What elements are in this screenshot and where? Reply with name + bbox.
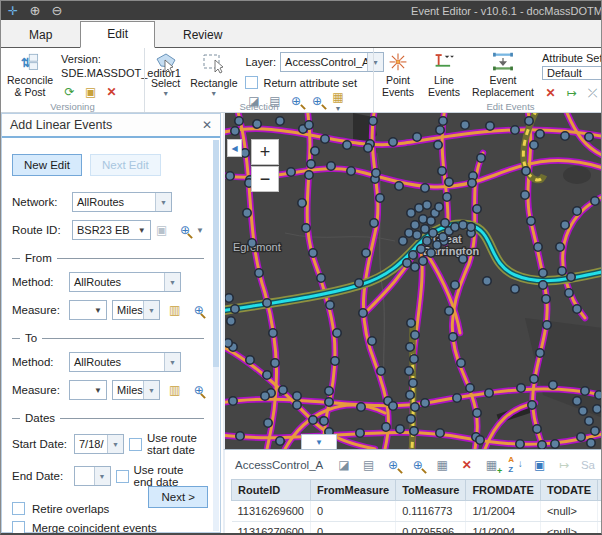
return-attribute-set-checkbox[interactable] [245, 76, 258, 89]
point-events-icon [385, 52, 411, 72]
merge-coincident-events-checkbox[interactable] [12, 521, 25, 534]
from-unit-caret[interactable]: ▼ [143, 301, 159, 319]
table-rows-icon[interactable]: ▤ [361, 457, 377, 473]
map-zoom-out-button[interactable]: − [251, 166, 279, 192]
to-measure-caret[interactable]: ▼ [90, 381, 106, 399]
table-pan-selection-icon[interactable]: ⊕ [410, 457, 426, 473]
pick-route-on-map-icon[interactable]: ▣ [156, 222, 168, 238]
to-unit-combobox[interactable]: Miles ▼ [112, 380, 160, 400]
table-calculator-icon[interactable]: ▦ [434, 457, 450, 473]
table-select-icon[interactable]: ◪ [336, 457, 352, 473]
end-date-caret[interactable]: ▼ [94, 467, 110, 485]
zoom-route-caret[interactable]: ▼ [196, 227, 204, 235]
split-event-icon[interactable]: ✕ [542, 85, 559, 101]
new-edit-button[interactable]: New Edit [12, 154, 82, 176]
tab-review[interactable]: Review [163, 24, 242, 47]
group-label-edit-events: Edit Events [374, 101, 602, 112]
tab-edit[interactable]: Edit [80, 21, 155, 48]
add-linear-events-panel: Add Linear Events ✕ New Edit Next Edit N… [1, 113, 221, 533]
delete-version-icon[interactable]: ✕ [103, 84, 120, 100]
table-attribute-window-icon[interactable]: ▣ [532, 457, 548, 473]
rectangle-button[interactable]: Rectangle ▼ [188, 51, 239, 99]
table-save-label[interactable]: Sa [581, 459, 595, 471]
point-events-button[interactable]: Point Events [378, 51, 418, 99]
new-version-icon[interactable]: ▣ [82, 84, 99, 100]
from-method-label: Method: [12, 276, 64, 288]
tab-map[interactable]: Map [9, 24, 72, 47]
merge-coincident-events-label: Merge coincident events [32, 522, 157, 534]
from-measure-combobox[interactable]: ▼ [69, 300, 107, 320]
table-row[interactable]: 11316269600 0 0.1116773 1/1/2004 <null> … [232, 501, 602, 522]
route-id-caret[interactable]: ▼ [134, 221, 150, 239]
return-attribute-set-label: Return attribute set [263, 77, 357, 89]
event-editor-window: ✛ ⊕ ⊖ Event Editor - v10.6.1 - docMassDO… [0, 0, 602, 535]
select-dropdown-caret[interactable]: ▼ [162, 90, 169, 97]
version-refresh-icon[interactable]: ⟳ [61, 84, 78, 100]
map-canvas: Egremont Great Barrington [225, 113, 602, 449]
next-edit-button[interactable]: Next Edit [90, 154, 161, 176]
dates-legend: Dates [25, 412, 55, 424]
from-zoom-measure-icon[interactable]: ⊕ [193, 302, 204, 318]
reconcile-post-button[interactable]: ⇅ Reconcile & Post [5, 51, 55, 99]
from-pick-measure-icon[interactable]: ▥ [169, 302, 180, 318]
map-view[interactable]: Egremont Great Barrington ◀ + − ▼ [223, 113, 602, 449]
to-legend: To [25, 332, 37, 344]
col-todate[interactable]: TODATE [540, 480, 597, 501]
start-date-caret[interactable]: ▼ [107, 435, 123, 453]
network-caret[interactable]: ▼ [155, 193, 171, 211]
to-zoom-measure-icon[interactable]: ⊕ [193, 382, 204, 398]
measure-event-icon[interactable]: ↦ [563, 85, 580, 101]
end-date-field[interactable]: ▼ [74, 466, 111, 486]
zoom-out-icon[interactable]: ⊖ [49, 3, 65, 19]
from-method-caret[interactable]: ▼ [164, 273, 180, 291]
to-measure-combobox[interactable]: ▼ [69, 380, 107, 400]
table-add-record-icon[interactable]: ▦+ [484, 457, 500, 473]
col-fromdate[interactable]: FROMDATE [466, 480, 541, 501]
network-combobox[interactable]: AllRoutes ▼ [72, 192, 172, 212]
use-route-end-date-checkbox[interactable] [116, 470, 129, 483]
col-frommeasure[interactable]: FromMeasure [310, 480, 395, 501]
col-ac[interactable]: AC [598, 480, 601, 501]
col-tomeasure[interactable]: ToMeasure [396, 480, 466, 501]
from-unit-combobox[interactable]: Miles ▼ [112, 300, 160, 320]
to-unit-caret[interactable]: ▼ [143, 381, 159, 399]
attribute-table: RouteID FromMeasure ToMeasure FROMDATE T… [231, 479, 601, 533]
group-label-selection: Selection [145, 101, 373, 112]
merge-event-icon[interactable]: ⤫ [584, 85, 601, 101]
map-zoom-in-button[interactable]: + [251, 139, 279, 165]
use-route-start-date-checkbox[interactable] [129, 438, 142, 451]
collapse-table-button[interactable]: ▼ [301, 434, 337, 449]
panel-scrollbar[interactable] [213, 140, 219, 531]
table-sort-icon[interactable]: AZ↓ [508, 457, 523, 473]
pan-icon[interactable]: ✛ [5, 3, 21, 19]
select-polygon-icon [154, 52, 178, 75]
from-method-combobox[interactable]: AllRoutes ▼ [69, 272, 181, 292]
from-measure-label: Measure: [12, 304, 64, 316]
rectangle-dropdown-caret[interactable]: ▼ [210, 90, 217, 97]
route-id-combobox[interactable]: BSR23 EB ▼ [72, 220, 151, 240]
start-date-field[interactable]: 7/18/ ▼ [74, 434, 124, 454]
collapse-panel-left-button[interactable]: ◀ [227, 139, 242, 157]
table-zoom-selection-icon[interactable]: ⊕ [385, 457, 401, 473]
to-pick-measure-icon[interactable]: ▥ [169, 382, 180, 398]
use-route-start-date-label: Use route start date [147, 432, 204, 456]
attribute-set-label: Attribute Set: [542, 52, 602, 64]
to-method-combobox[interactable]: AllRoutes ▼ [69, 352, 181, 372]
next-button[interactable]: Next > [148, 486, 208, 508]
layer-combobox[interactable]: AccessControl_A ▼ [280, 52, 384, 72]
line-events-button[interactable]: Line Events [424, 51, 464, 99]
col-routeid[interactable]: RouteID [232, 480, 311, 501]
retire-overlaps-checkbox[interactable] [12, 502, 25, 515]
zoom-to-route-icon[interactable]: ⊕ [179, 222, 191, 238]
zoom-in-icon[interactable]: ⊕ [27, 3, 43, 19]
attribute-set-combobox[interactable]: Default ▼ [542, 66, 602, 80]
table-layer-name[interactable]: AccessControl_A [235, 459, 323, 471]
event-replacement-button[interactable]: Event Replacement [470, 51, 536, 99]
table-row[interactable]: 11316270600 0 0.0795596 1/1/2004 <null> … [232, 522, 602, 534]
to-method-caret[interactable]: ▼ [164, 353, 180, 371]
panel-close-icon[interactable]: ✕ [202, 118, 212, 132]
from-measure-caret[interactable]: ▼ [90, 301, 106, 319]
select-button[interactable]: Select ▼ [149, 51, 182, 99]
table-clear-selection-icon[interactable]: ✕ [459, 457, 475, 473]
table-measure-icon[interactable]: ↦ [556, 457, 572, 473]
